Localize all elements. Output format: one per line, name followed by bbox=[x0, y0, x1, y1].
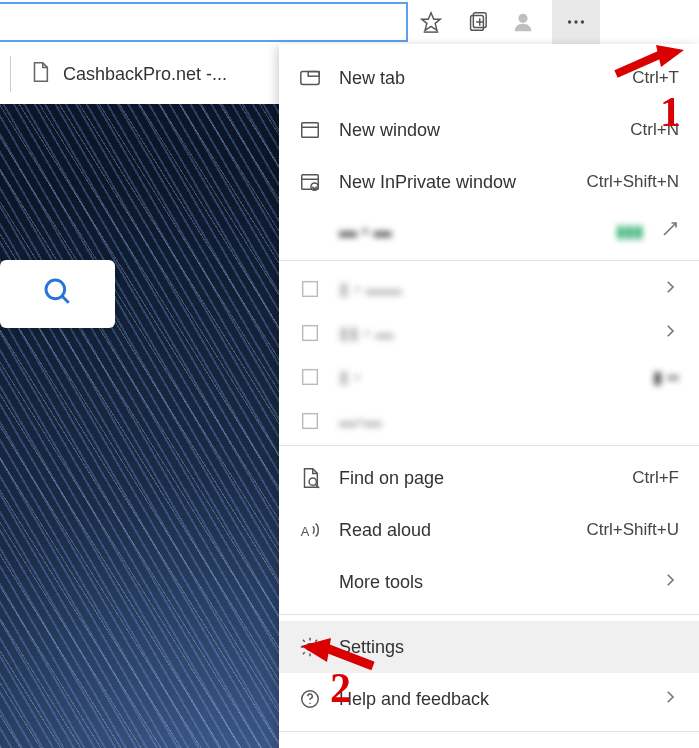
toolbar bbox=[0, 0, 699, 44]
svg-line-14 bbox=[62, 296, 69, 303]
menu-item-history-blur[interactable]: ▮▮ ▪ ▬ bbox=[279, 311, 699, 355]
menu-item-settings[interactable]: Settings bbox=[279, 621, 699, 673]
new-window-icon bbox=[295, 119, 325, 141]
svg-line-22 bbox=[664, 223, 676, 235]
blur-icon bbox=[295, 322, 325, 344]
svg-marker-3 bbox=[422, 13, 440, 30]
menu-label: ▮▮ ▪ ▬ bbox=[339, 322, 661, 344]
svg-point-9 bbox=[518, 14, 527, 23]
menu-label: ▬ ▪ ▬ bbox=[339, 221, 616, 242]
menu-label: Help and feedback bbox=[339, 689, 661, 710]
menu-shortcut: Ctrl+T bbox=[632, 68, 679, 88]
svg-point-12 bbox=[581, 20, 584, 23]
menu-label: ▮ ▪ ▬▬ bbox=[339, 278, 661, 300]
blur-icon bbox=[295, 410, 325, 432]
address-bar[interactable] bbox=[0, 2, 408, 42]
menu-label: ▮ ▪ bbox=[339, 366, 653, 388]
find-icon bbox=[295, 467, 325, 489]
menu-item-zoom[interactable]: ▬ ▪ ▬ ▮▮▮ bbox=[279, 208, 699, 254]
menu-label: Read aloud bbox=[339, 520, 586, 541]
menu-item-new-window[interactable]: New window Ctrl+N bbox=[279, 104, 699, 156]
svg-rect-26 bbox=[303, 414, 318, 429]
page-icon bbox=[29, 61, 51, 88]
menu-shortcut: Ctrl+F bbox=[632, 468, 679, 488]
svg-point-32 bbox=[309, 703, 310, 704]
svg-point-13 bbox=[46, 280, 65, 299]
gear-icon bbox=[295, 636, 325, 658]
menu-label: ▬▪▬ bbox=[339, 411, 679, 432]
search-box[interactable] bbox=[0, 260, 115, 328]
help-icon bbox=[295, 688, 325, 710]
menu-label: Settings bbox=[339, 637, 679, 658]
inprivate-icon bbox=[295, 171, 325, 193]
menu-shortcut: ▮▮▮ bbox=[616, 221, 643, 242]
settings-and-more-button[interactable] bbox=[552, 0, 600, 44]
menu-item-new-tab[interactable]: New tab Ctrl+T bbox=[279, 52, 699, 104]
svg-text:A: A bbox=[301, 524, 310, 539]
blur-icon bbox=[295, 366, 325, 388]
chevron-right-icon bbox=[661, 688, 679, 711]
svg-point-30 bbox=[307, 644, 313, 650]
svg-point-27 bbox=[309, 478, 316, 485]
menu-label: Find on page bbox=[339, 468, 632, 489]
fullscreen-icon[interactable] bbox=[661, 220, 679, 243]
settings-menu: New tab Ctrl+T New window Ctrl+N New InP… bbox=[279, 44, 699, 748]
menu-label: New window bbox=[339, 120, 630, 141]
svg-rect-16 bbox=[308, 72, 319, 77]
menu-item-find-on-page[interactable]: Find on page Ctrl+F bbox=[279, 452, 699, 504]
search-icon bbox=[42, 276, 74, 312]
menu-shortcut: Ctrl+N bbox=[630, 120, 679, 140]
new-tab-icon bbox=[295, 67, 325, 89]
svg-rect-17 bbox=[302, 123, 319, 138]
read-aloud-icon: A bbox=[295, 519, 325, 541]
favorites-bar-item-label: CashbackPro.net -... bbox=[63, 64, 227, 85]
svg-rect-25 bbox=[303, 370, 318, 385]
menu-item-apps-blur[interactable]: ▬▪▬ bbox=[279, 399, 699, 443]
menu-label: More tools bbox=[339, 572, 661, 593]
menu-shortcut: Ctrl+Shift+U bbox=[586, 520, 679, 540]
svg-rect-15 bbox=[301, 72, 319, 85]
menu-item-read-aloud[interactable]: A Read aloud Ctrl+Shift+U bbox=[279, 504, 699, 556]
menu-item-more-tools[interactable]: More tools bbox=[279, 556, 699, 608]
chevron-right-icon bbox=[661, 322, 679, 345]
svg-point-10 bbox=[568, 20, 571, 23]
profile-button[interactable] bbox=[500, 0, 546, 44]
menu-divider bbox=[279, 445, 699, 446]
blur-icon bbox=[295, 278, 325, 300]
menu-item-close-edge[interactable]: Close Microsoft Edge bbox=[279, 738, 699, 748]
collections-button[interactable] bbox=[454, 0, 500, 44]
favorites-button[interactable] bbox=[408, 0, 454, 44]
svg-point-11 bbox=[574, 20, 577, 23]
menu-label: New tab bbox=[339, 68, 632, 89]
divider bbox=[10, 56, 11, 92]
chevron-right-icon bbox=[661, 278, 679, 301]
menu-item-new-inprivate[interactable]: New InPrivate window Ctrl+Shift+N bbox=[279, 156, 699, 208]
chevron-right-icon bbox=[661, 571, 679, 594]
menu-divider bbox=[279, 614, 699, 615]
svg-rect-23 bbox=[303, 282, 318, 297]
menu-divider bbox=[279, 731, 699, 732]
menu-shortcut: Ctrl+Shift+N bbox=[586, 172, 679, 192]
menu-item-favorites-blur[interactable]: ▮ ▪ ▬▬ bbox=[279, 267, 699, 311]
menu-divider bbox=[279, 260, 699, 261]
menu-item-downloads-blur[interactable]: ▮ ▪ ▮ ▪▪ bbox=[279, 355, 699, 399]
svg-rect-24 bbox=[303, 326, 318, 341]
menu-shortcut: ▮ ▪▪ bbox=[653, 367, 679, 388]
menu-label: New InPrivate window bbox=[339, 172, 586, 193]
menu-item-help[interactable]: Help and feedback bbox=[279, 673, 699, 725]
favorites-bar-item[interactable]: CashbackPro.net -... bbox=[29, 61, 227, 88]
